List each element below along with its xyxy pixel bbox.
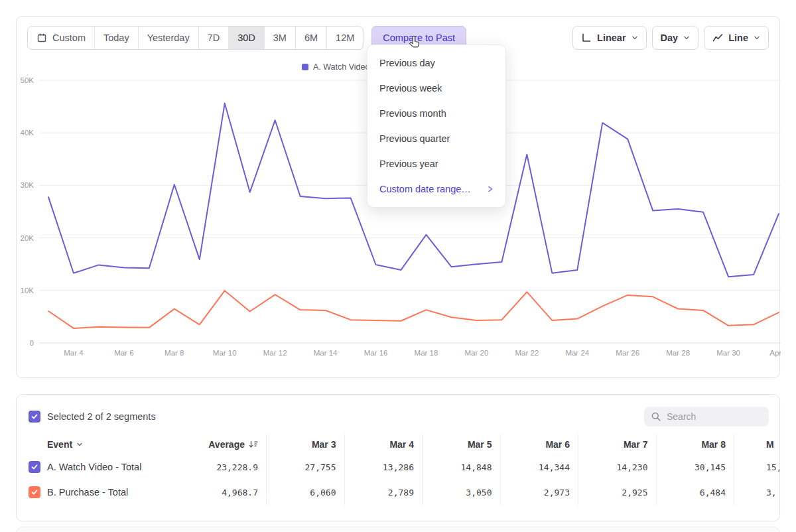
date-range-control: Custom Today Yesterday 7D 30D 3M 6M 12M <box>27 26 364 50</box>
svg-text:Apr 1: Apr 1 <box>769 349 781 357</box>
range-30d-button[interactable]: 30D <box>228 27 264 49</box>
table-header-row: Event Average Mar 3 Mar 4 Mar 5 Mar <box>17 434 779 454</box>
menu-item-previous-quarter[interactable]: Previous quarter <box>367 126 505 151</box>
svg-text:40K: 40K <box>21 129 34 137</box>
range-label-7d: 7D <box>208 33 220 43</box>
range-yesterday-button[interactable]: Yesterday <box>138 27 198 49</box>
svg-text:Mar 28: Mar 28 <box>666 349 690 357</box>
legend-swatch-watch-video <box>302 64 308 70</box>
range-label-12m: 12M <box>336 33 354 43</box>
search-icon <box>651 411 661 422</box>
chart-type-dropdown[interactable]: Line <box>704 26 769 50</box>
svg-text:Mar 26: Mar 26 <box>616 349 639 357</box>
table-row-watch-video[interactable]: A. Watch Video - Total 23,228.9 27,755 1… <box>17 454 779 480</box>
svg-text:Mar 30: Mar 30 <box>716 349 740 357</box>
compare-to-past-menu: Previous day Previous week Previous mont… <box>367 44 506 208</box>
cell-mar8: 6,484 <box>656 480 734 505</box>
table-row-purchase[interactable]: B. Purchase - Total 4,968.7 6,060 2,789 … <box>17 480 779 505</box>
cell-mar4: 13,286 <box>344 454 423 480</box>
line-chart-icon <box>712 33 723 43</box>
range-7d-button[interactable]: 7D <box>198 27 229 49</box>
range-label-3m: 3M <box>273 33 287 43</box>
cell-mar3: 6,060 <box>266 480 344 505</box>
chevron-down-icon <box>754 34 760 41</box>
column-header-mar8[interactable]: Mar 8 <box>656 434 734 454</box>
checkmark-icon <box>31 463 38 471</box>
svg-text:Mar 20: Mar 20 <box>465 349 489 357</box>
cell-mar5: 14,848 <box>422 454 500 480</box>
menu-item-previous-month[interactable]: Previous month <box>367 101 505 126</box>
column-header-average[interactable]: Average <box>188 434 266 454</box>
custom-range-icon <box>36 33 47 43</box>
cell-average: 4,968.7 <box>188 480 266 505</box>
chevron-down-icon <box>76 441 83 448</box>
column-header-mar6[interactable]: Mar 6 <box>500 434 578 454</box>
cell-mar8: 30,145 <box>656 454 734 480</box>
cell-mar3: 27,755 <box>266 454 344 480</box>
cell-mar7: 14,230 <box>578 454 656 480</box>
segment-name-cell: A. Watch Video - Total <box>17 454 188 480</box>
segments-header-bar: Selected 2 of 2 segments <box>17 395 779 427</box>
range-custom-button[interactable]: Custom <box>28 27 94 49</box>
svg-text:Mar 16: Mar 16 <box>364 349 388 357</box>
menu-item-previous-week[interactable]: Previous week <box>367 76 505 101</box>
search-input[interactable] <box>644 407 769 427</box>
range-6m-button[interactable]: 6M <box>295 27 326 49</box>
cell-mar7: 2,925 <box>578 480 656 505</box>
svg-text:50K: 50K <box>21 76 34 84</box>
menu-item-previous-year[interactable]: Previous year <box>367 151 505 176</box>
interval-label: Day <box>661 33 679 43</box>
checkmark-icon <box>31 488 38 496</box>
svg-text:20K: 20K <box>21 234 34 242</box>
svg-text:Mar 8: Mar 8 <box>165 349 184 357</box>
event-header-label: Event <box>47 439 72 450</box>
range-label-30d: 30D <box>237 33 255 43</box>
row-checkbox-watch-video[interactable] <box>29 461 40 473</box>
cell-mar4: 2,789 <box>344 480 423 505</box>
sort-descending-icon <box>249 440 258 449</box>
segments-table-panel: Selected 2 of 2 segments Event Averag <box>16 394 780 521</box>
segment-name: B. Purchase - Total <box>47 487 128 498</box>
svg-text:Mar 14: Mar 14 <box>314 349 338 357</box>
cell-mar6: 2,973 <box>500 480 578 505</box>
menu-item-custom-date-range[interactable]: Custom date range… <box>367 176 505 202</box>
column-header-mar7[interactable]: Mar 7 <box>578 434 656 454</box>
interval-dropdown[interactable]: Day <box>652 26 699 50</box>
column-header-event[interactable]: Event <box>17 434 188 454</box>
chevron-down-icon <box>631 34 638 41</box>
column-header-mar5[interactable]: Mar 5 <box>422 434 500 454</box>
scale-label: Linear <box>597 33 626 43</box>
cell-average: 23,228.9 <box>188 454 266 480</box>
segments-table: Event Average Mar 3 Mar 4 Mar 5 Mar <box>17 434 779 505</box>
search-box <box>644 407 769 427</box>
range-3m-button[interactable]: 3M <box>264 27 295 49</box>
scale-dropdown[interactable]: Linear <box>572 26 647 50</box>
select-all-checkbox[interactable] <box>29 411 40 423</box>
column-header-mar3[interactable]: Mar 3 <box>266 434 344 454</box>
column-header-mar4[interactable]: Mar 4 <box>344 434 423 454</box>
row-checkbox-purchase[interactable] <box>29 486 40 498</box>
svg-text:Mar 4: Mar 4 <box>64 349 84 357</box>
custom-date-range-label: Custom date range… <box>379 184 471 194</box>
svg-text:Mar 6: Mar 6 <box>114 349 133 357</box>
svg-text:0: 0 <box>30 339 34 347</box>
segment-name-cell: B. Purchase - Total <box>17 480 188 505</box>
svg-text:Mar 12: Mar 12 <box>263 349 287 357</box>
menu-item-previous-day[interactable]: Previous day <box>367 50 505 76</box>
range-today-button[interactable]: Today <box>94 27 138 49</box>
cell-mar5: 3,050 <box>422 480 500 505</box>
chevron-right-icon <box>487 185 494 193</box>
chart-panel: Custom Today Yesterday 7D 30D 3M 6M 12M … <box>16 16 780 378</box>
cell-mar6: 14,344 <box>500 454 578 480</box>
chevron-down-icon <box>683 34 690 41</box>
svg-text:Mar 18: Mar 18 <box>415 349 438 357</box>
chart-display-controls: Linear Day Line <box>572 26 769 50</box>
range-12m-button[interactable]: 12M <box>326 27 363 49</box>
axis-icon <box>581 33 592 43</box>
cell-clipped: 3, <box>734 480 779 505</box>
svg-text:30K: 30K <box>21 181 34 189</box>
range-label-today: Today <box>103 33 129 43</box>
column-header-clipped[interactable]: M <box>734 434 779 454</box>
svg-text:Mar 10: Mar 10 <box>213 349 237 357</box>
svg-text:10K: 10K <box>21 287 34 295</box>
